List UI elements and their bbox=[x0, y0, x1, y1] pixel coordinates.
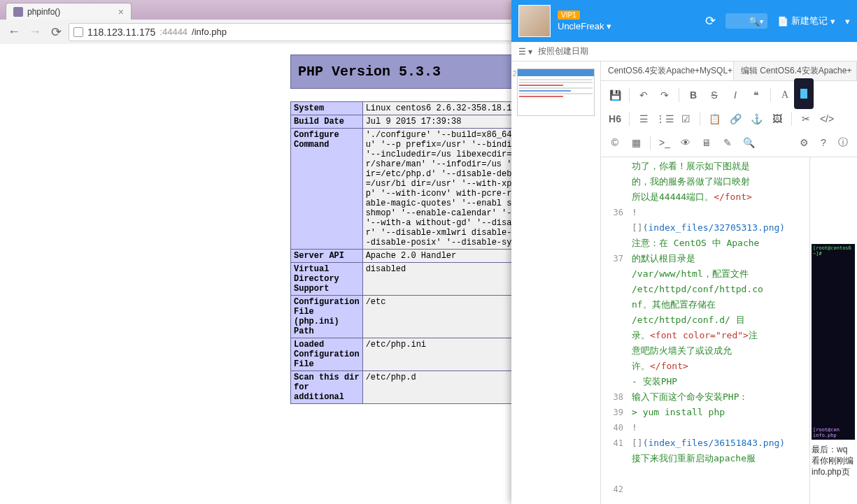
copy-icon[interactable]: 📋 bbox=[704, 109, 724, 129]
code-icon[interactable]: </> bbox=[817, 109, 837, 129]
preview-image: [root@centos6~]# [root@ceninfo.php bbox=[812, 244, 855, 440]
tab-close-icon[interactable]: × bbox=[118, 6, 124, 17]
redo-icon[interactable]: ↷ bbox=[655, 85, 674, 105]
url-port: :44444 bbox=[160, 27, 187, 37]
search-tool-icon[interactable]: 🔍 bbox=[739, 133, 758, 152]
phpinfo-label: Loaded Configuration File bbox=[291, 338, 363, 371]
heading-icon[interactable]: H6 bbox=[605, 109, 625, 129]
browser-tab[interactable]: phpinfo() × bbox=[6, 3, 132, 20]
phpinfo-label: Server API bbox=[291, 250, 363, 263]
search-icon: 🔍 bbox=[749, 16, 760, 27]
note-icon: 📄 bbox=[777, 16, 788, 27]
help-icon[interactable]: ? bbox=[814, 133, 833, 152]
checklist-icon[interactable]: ☑ bbox=[676, 109, 695, 129]
note-thumbnail[interactable] bbox=[517, 69, 595, 116]
copyright-icon[interactable]: © bbox=[605, 133, 625, 152]
tab-title: phpinfo() bbox=[27, 7, 60, 17]
strikethrough-icon[interactable]: S bbox=[704, 85, 724, 105]
phpinfo-label: Scan this dir for additional bbox=[291, 371, 363, 404]
more-dropdown[interactable]: ▾ bbox=[845, 16, 850, 27]
link-icon[interactable]: 🔗 bbox=[725, 109, 745, 129]
note-sidebar: 2. bbox=[511, 62, 601, 504]
italic-icon[interactable]: I bbox=[725, 85, 745, 105]
bold-icon[interactable]: B bbox=[684, 85, 703, 105]
phpinfo-label: System bbox=[291, 102, 363, 115]
url-host: 118.123.11.175 bbox=[87, 27, 155, 38]
phpinfo-label: Virtual Directory Support bbox=[291, 263, 363, 296]
tab-favicon bbox=[13, 7, 23, 17]
sort-label[interactable]: 按照创建日期 bbox=[538, 45, 588, 57]
tab-edit[interactable]: 编辑 CentOS6.4安装Apache+ bbox=[734, 62, 857, 80]
avatar[interactable] bbox=[518, 5, 551, 37]
forward-button[interactable]: → bbox=[27, 24, 43, 41]
chevron-down-icon: ▾ bbox=[830, 16, 835, 27]
save-icon[interactable]: 💾 bbox=[605, 85, 625, 105]
page-icon bbox=[73, 27, 83, 37]
info-icon[interactable]: ⓘ bbox=[833, 133, 853, 152]
undo-icon[interactable]: ↶ bbox=[634, 85, 653, 105]
gear-icon[interactable]: ⚙ bbox=[794, 133, 814, 152]
editor-text[interactable]: 功了，你看！展示如下图就是 的，我的服务器做了端口映射 所以是44444端口。<… bbox=[629, 157, 809, 504]
editor-toolbar: 💾 ↶ ↷ B S I ❝ A a H6 ☰ ⋮☰ bbox=[601, 81, 857, 157]
sync-icon[interactable]: ⟳ bbox=[705, 13, 716, 29]
pen-icon[interactable]: ✎ bbox=[718, 133, 737, 152]
note-main: CentOS6.4安装Apache+MySQL+... 编辑 CentOS6.4… bbox=[601, 62, 857, 504]
vip-badge: VIP1 bbox=[558, 10, 580, 20]
note-tabs: CentOS6.4安装Apache+MySQL+... 编辑 CentOS6.4… bbox=[601, 62, 857, 81]
preview-text-2: 看你刚刚编 bbox=[812, 455, 856, 466]
terminal-icon[interactable]: >_ bbox=[655, 133, 674, 152]
table-icon[interactable]: ▦ bbox=[626, 133, 646, 152]
font-icon[interactable]: A bbox=[775, 85, 795, 105]
preview-text-1: 最后：wq bbox=[812, 444, 856, 455]
quote-icon[interactable]: ❝ bbox=[746, 85, 766, 105]
anchor-icon[interactable]: ⚓ bbox=[746, 109, 766, 129]
phone-device-icon[interactable] bbox=[794, 78, 814, 109]
search-box[interactable]: 🔍 ▾ bbox=[725, 13, 767, 29]
phpinfo-label: Configuration File (php.ini) Path bbox=[291, 296, 363, 338]
url-path: /info.php bbox=[192, 27, 227, 37]
user-info: VIP1 UncleFreak ▾ bbox=[558, 10, 611, 31]
preview-panel: [root@centos6~]# [root@ceninfo.php 最后：wq… bbox=[809, 157, 857, 504]
new-note-button[interactable]: 📄新建笔记 ▾ bbox=[777, 15, 835, 27]
phpinfo-label: Configure Command bbox=[291, 129, 363, 250]
line-numbers: 36 37 38 39 40 41 42 bbox=[601, 157, 629, 504]
ul-icon[interactable]: ☰ bbox=[634, 109, 653, 129]
username-dropdown[interactable]: UncleFreak ▾ bbox=[558, 21, 611, 31]
back-button[interactable]: ← bbox=[6, 24, 22, 41]
editor-content: 36 37 38 39 40 41 42 功了，你看！展示如下图就是 的，我的服… bbox=[601, 157, 857, 504]
chevron-down-icon: ▾ bbox=[760, 17, 763, 25]
phpinfo-label: Build Date bbox=[291, 115, 363, 129]
eye-icon[interactable]: 👁 bbox=[676, 133, 695, 152]
cut-icon[interactable]: ✂ bbox=[796, 109, 816, 129]
tab-view[interactable]: CentOS6.4安装Apache+MySQL+... bbox=[601, 62, 734, 80]
menu-icon[interactable]: ☰ ▾ bbox=[518, 47, 532, 57]
note-subheader: ☰ ▾ 按照创建日期 bbox=[511, 42, 857, 62]
ol-icon[interactable]: ⋮☰ bbox=[655, 109, 674, 129]
monitor-icon[interactable]: 🖥 bbox=[697, 133, 716, 152]
note-app-window: VIP1 UncleFreak ▾ ⟳ 🔍 ▾ 📄新建笔记 ▾ ▾ ☰ ▾ 按照… bbox=[511, 0, 857, 504]
reload-button[interactable]: ⟳ bbox=[48, 24, 64, 41]
note-header: VIP1 UncleFreak ▾ ⟳ 🔍 ▾ 📄新建笔记 ▾ ▾ bbox=[511, 0, 857, 42]
image-icon[interactable]: 🖼 bbox=[767, 109, 787, 129]
preview-text-3: info.php页 bbox=[812, 466, 856, 477]
chevron-down-icon: ▾ bbox=[607, 21, 611, 31]
